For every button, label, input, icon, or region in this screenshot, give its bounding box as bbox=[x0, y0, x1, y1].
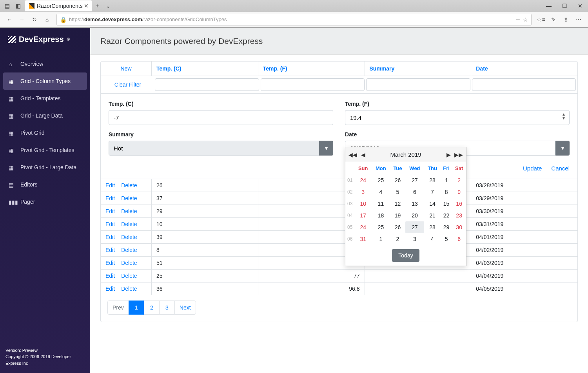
cal-day[interactable]: 30 bbox=[452, 221, 466, 233]
edit-button[interactable]: Edit bbox=[105, 195, 115, 201]
edit-button[interactable]: Edit bbox=[105, 273, 115, 279]
column-header-summary[interactable]: Summary bbox=[365, 62, 472, 76]
cal-prev-month-button[interactable]: ◀ bbox=[359, 152, 367, 158]
input-temp-f[interactable] bbox=[345, 110, 570, 125]
cal-day[interactable]: 4 bbox=[424, 233, 441, 245]
cal-day[interactable]: 28 bbox=[424, 221, 441, 233]
cal-day[interactable]: 20 bbox=[405, 210, 424, 221]
cal-day[interactable]: 1 bbox=[372, 233, 390, 245]
sidebar-item-pivot-grid[interactable]: ▦Pivot Grid bbox=[3, 124, 87, 141]
sidebar-item-grid-large-data[interactable]: ▦Grid - Large Data bbox=[3, 107, 87, 124]
sidebar-item-grid-templates[interactable]: ▦Grid - Templates bbox=[3, 90, 87, 107]
pager-page[interactable]: 1 bbox=[129, 301, 144, 315]
tab-close-icon[interactable]: ✕ bbox=[84, 3, 89, 9]
cal-day[interactable]: 8 bbox=[441, 186, 452, 198]
delete-button[interactable]: Delete bbox=[121, 234, 137, 240]
edit-button[interactable]: Edit bbox=[105, 286, 115, 292]
sidebar-toggle-icon[interactable]: ◧ bbox=[13, 1, 23, 11]
update-button[interactable]: Update bbox=[523, 165, 542, 172]
window-maximize-button[interactable]: ☐ bbox=[557, 0, 572, 12]
sidebar-item-editors[interactable]: ▤Editors bbox=[3, 176, 87, 193]
cal-day[interactable]: 25 bbox=[372, 221, 390, 233]
window-close-button[interactable]: ✕ bbox=[572, 0, 588, 12]
cal-day[interactable]: 18 bbox=[372, 210, 390, 221]
refresh-button[interactable]: ↻ bbox=[28, 13, 41, 26]
edit-button[interactable]: Edit bbox=[105, 221, 115, 227]
cal-day[interactable]: 6 bbox=[405, 186, 424, 198]
delete-button[interactable]: Delete bbox=[121, 208, 137, 214]
cal-day[interactable]: 13 bbox=[405, 198, 424, 210]
cal-day[interactable]: 29 bbox=[441, 221, 452, 233]
clear-filter-button[interactable]: Clear Filter bbox=[114, 81, 141, 88]
filter-temp-c[interactable] bbox=[155, 78, 259, 91]
sidebar-item-overview[interactable]: ⌂Overview bbox=[3, 55, 87, 72]
pager-page[interactable]: 2 bbox=[144, 301, 160, 315]
favorite-icon[interactable]: ☆ bbox=[523, 16, 528, 23]
more-button[interactable]: ⋯ bbox=[572, 13, 585, 26]
new-row-button[interactable]: New bbox=[120, 65, 131, 72]
cal-day[interactable]: 24 bbox=[355, 174, 372, 186]
cal-day[interactable]: 22 bbox=[441, 210, 452, 221]
tab-actions-icon[interactable]: ▤ bbox=[2, 1, 12, 11]
delete-button[interactable]: Delete bbox=[121, 182, 137, 188]
notes-button[interactable]: ✎ bbox=[547, 13, 560, 26]
pager-next[interactable]: Next bbox=[174, 301, 196, 315]
column-header-temp-f[interactable]: Temp. (F) bbox=[258, 62, 365, 76]
cal-day[interactable]: 11 bbox=[372, 198, 390, 210]
browser-tab[interactable]: RazorComponents ✕ bbox=[25, 0, 92, 11]
window-minimize-button[interactable]: — bbox=[541, 0, 557, 12]
pager-page[interactable]: 3 bbox=[159, 301, 175, 315]
cal-day[interactable]: 21 bbox=[424, 210, 441, 221]
cal-day[interactable]: 6 bbox=[452, 233, 466, 245]
sidebar-item-pager[interactable]: ▮▮▮Pager bbox=[3, 193, 87, 210]
cal-prev-year-button[interactable]: ◀◀ bbox=[348, 152, 357, 158]
cal-day[interactable]: 16 bbox=[452, 198, 466, 210]
cal-day[interactable]: 26 bbox=[390, 174, 405, 186]
cal-day[interactable]: 24 bbox=[355, 221, 372, 233]
cal-day[interactable]: 1 bbox=[441, 174, 452, 186]
cal-day[interactable]: 3 bbox=[355, 186, 372, 198]
back-button[interactable]: ← bbox=[3, 13, 16, 26]
cal-day[interactable]: 17 bbox=[355, 210, 372, 221]
cal-day[interactable]: 25 bbox=[372, 174, 390, 186]
filter-temp-f[interactable] bbox=[261, 78, 365, 91]
cal-title[interactable]: March 2019 bbox=[369, 151, 443, 158]
share-button[interactable]: ⇪ bbox=[560, 13, 572, 26]
edit-button[interactable]: Edit bbox=[105, 208, 115, 214]
cal-day[interactable]: 5 bbox=[390, 186, 405, 198]
cal-day[interactable]: 12 bbox=[390, 198, 405, 210]
input-temp-c[interactable] bbox=[109, 110, 333, 125]
cal-day[interactable]: 2 bbox=[390, 233, 405, 245]
input-summary[interactable] bbox=[109, 141, 319, 156]
address-bar[interactable]: 🔒 https://demos.devexpress.com/razor-com… bbox=[56, 14, 532, 25]
today-button[interactable]: Today bbox=[392, 249, 419, 262]
cal-next-month-button[interactable]: ▶ bbox=[444, 152, 453, 158]
edit-button[interactable]: Edit bbox=[105, 234, 115, 240]
edit-button[interactable]: Edit bbox=[105, 260, 115, 266]
new-tab-button[interactable]: ＋ bbox=[92, 0, 103, 11]
cal-day[interactable]: 28 bbox=[424, 174, 441, 186]
summary-dropdown-button[interactable]: ▾ bbox=[319, 141, 333, 156]
cal-day[interactable]: 15 bbox=[441, 198, 452, 210]
delete-button[interactable]: Delete bbox=[121, 221, 137, 227]
delete-button[interactable]: Delete bbox=[121, 273, 137, 279]
reading-mode-icon[interactable]: ▭ bbox=[515, 16, 521, 23]
sidebar-item-pivot-grid-templates[interactable]: ▦Pivot Grid - Templates bbox=[3, 141, 87, 159]
sidebar-item-pivot-grid-large-data[interactable]: ▦Pivot Grid - Large Data bbox=[3, 159, 87, 176]
cal-day[interactable]: 14 bbox=[424, 198, 441, 210]
home-button[interactable]: ⌂ bbox=[41, 13, 53, 26]
cal-day[interactable]: 31 bbox=[355, 233, 372, 245]
cancel-button[interactable]: Cancel bbox=[551, 165, 570, 172]
column-header-date[interactable]: Date bbox=[471, 62, 577, 76]
cal-day[interactable]: 4 bbox=[372, 186, 390, 198]
sidebar-item-grid-column-types[interactable]: ▦Grid - Column Types bbox=[3, 72, 87, 90]
favorites-button[interactable]: ☆≡ bbox=[535, 13, 547, 26]
cal-day[interactable]: 10 bbox=[355, 198, 372, 210]
cal-day[interactable]: 9 bbox=[452, 186, 466, 198]
cal-day[interactable]: 7 bbox=[424, 186, 441, 198]
cal-day[interactable]: 2 bbox=[452, 174, 466, 186]
tab-dropdown-icon[interactable]: ⌄ bbox=[103, 0, 114, 11]
cal-day[interactable]: 26 bbox=[390, 221, 405, 233]
delete-button[interactable]: Delete bbox=[121, 247, 137, 253]
delete-button[interactable]: Delete bbox=[121, 286, 137, 292]
